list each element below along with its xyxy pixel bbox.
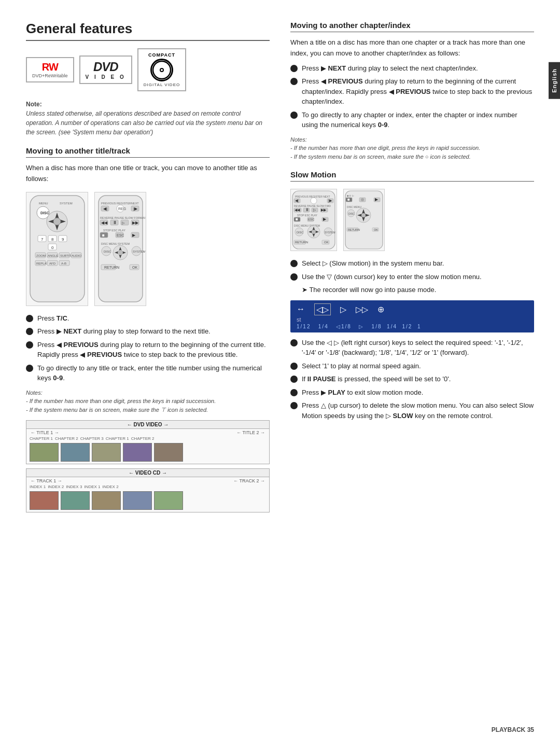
bar-icon-slow: ◁▷ [314, 303, 331, 315]
bar-icon-loop: ⊕ [377, 304, 384, 314]
bullet-item: Press ▶ PLAY to exit slow motion mode. [290, 387, 534, 398]
svg-text:DISC: DISC [40, 211, 49, 215]
svg-text:■: ■ [296, 217, 298, 221]
vcd-thumb5 [154, 491, 183, 510]
dvd-thumbs [26, 441, 269, 464]
bullet-dot [290, 112, 298, 119]
bullet-text: Press ◀ PREVIOUS during play to return t… [302, 76, 534, 107]
svg-text:▶: ▶ [132, 233, 136, 238]
svg-text:▶: ▶ [375, 197, 379, 202]
bullet-item: Press T/C. [26, 313, 270, 324]
svg-text:RETURN: RETURN [295, 241, 308, 244]
svg-text:PREVIOUS REGISTER: PREVIOUS REGISTER [101, 202, 131, 205]
dvd-rw-label: DVD+ReWritable [32, 73, 68, 78]
bullet-text: Use the ◁ ▷ (left right cursor) keys to … [302, 338, 534, 358]
bullet-text: If II PAUSE is pressed, the speed will b… [302, 374, 451, 384]
bullet-item: Press △ (up cursor) to delete the slow m… [290, 400, 534, 421]
bullet-item: Press ◀ PREVIOUS during play to return t… [290, 76, 534, 107]
title1-label: ← TITLE 1 → [31, 430, 59, 435]
svg-text:▶▶: ▶▶ [132, 220, 139, 225]
bullet-item: To go directly to any chapter or index, … [290, 110, 534, 130]
track2-label: ← TRACK 2 → [233, 478, 265, 483]
chapter-title: Moving to another chapter/index [290, 21, 534, 32]
bar-speeds: 1/12 1/4 ◁1/8 ▷ 1/8 1/4 1/2 1 [297, 324, 528, 329]
note-line2: - If the system menu bar is on screen, m… [26, 407, 208, 413]
ch4: CHAPTER 1 [106, 436, 129, 441]
vcd-thumbs [26, 489, 269, 512]
bullet-item: Press ◀ PREVIOUS during play to return t… [26, 340, 270, 360]
ch5: CHAPTER 2 [131, 436, 155, 441]
svg-text:SYSTEM: SYSTEM [133, 250, 145, 253]
dvd-rw-logo: RW DVD+ReWritable [26, 57, 74, 82]
svg-text:9: 9 [62, 237, 64, 242]
svg-text:NEXT: NEXT [131, 202, 139, 205]
chapter-intro: When a title on a disc has more than one… [290, 37, 534, 59]
svg-text:ANGLE: ANGLE [48, 254, 58, 257]
remote-left-image: MENU SYSTEM DISC 7 [26, 192, 88, 306]
svg-text:SUBTIT: SUBTIT [60, 254, 72, 257]
svg-text:OK: OK [374, 228, 378, 231]
slow-remote-left-svg: PREVIOUS REGISTER NEXT ◀| |▶ REVERSE PAU… [291, 189, 337, 251]
bullet-item-indent: ➤ The recorder will now go into pause mo… [290, 285, 534, 295]
svg-text:▶: ▶ [323, 217, 327, 221]
bullet-dot [26, 365, 33, 372]
thumb3 [92, 443, 121, 462]
compact-text: COMPACT [148, 52, 175, 58]
bullet-text: Use the ▽ (down cursor) key to enter the… [302, 272, 482, 282]
chapter-notes: Notes: - If the number has more than one… [290, 135, 534, 161]
svg-text:◀◀: ◀◀ [295, 208, 300, 212]
right-column: Moving to another chapter/index When a t… [290, 21, 534, 519]
idx5: INDEX 2 [103, 484, 119, 489]
svg-text:DISC  MENU  SYSTEM: DISC MENU SYSTEM [101, 242, 130, 245]
chapter-notes-label: Notes: [290, 136, 307, 143]
svg-text:DISC: DISC [297, 231, 303, 234]
vcd-diagram-header: ← VIDEO CD → [26, 469, 269, 477]
vcd-track-arrows: ← TRACK 1 → ← TRACK 2 → [26, 477, 269, 484]
title2-label: ← TITLE 2 → [236, 430, 265, 435]
svg-text:⏸: ⏸ [113, 220, 117, 225]
bullet-dot [290, 65, 298, 72]
svg-text:REVERSE PAUSE SLOW FWD: REVERSE PAUSE SLOW FWD [294, 204, 331, 207]
svg-text:STOP ESC PLAY: STOP ESC PLAY [103, 229, 125, 232]
bullet-item: Press ▶ NEXT during play to step forward… [26, 326, 270, 337]
bullet-item: Select '1' to play at normal speed again… [290, 361, 534, 371]
svg-text:|▶: |▶ [133, 206, 138, 211]
bullet-text: Press △ (up cursor) to delete the slow m… [302, 400, 534, 421]
svg-text:ESC: ESC [308, 218, 315, 221]
svg-text:RETURN: RETURN [104, 266, 119, 269]
svg-text:◀|: ◀| [103, 206, 107, 211]
idx2: INDEX 2 [48, 484, 64, 489]
ch2: CHAPTER 2 [55, 436, 78, 441]
bullet-text: To go directly to any chapter or index, … [302, 110, 534, 130]
ch3: CHAPTER 3 [80, 436, 104, 441]
svg-text:■: ■ [102, 233, 105, 238]
vcd-thumb4 [123, 491, 152, 510]
svg-text:|▶: |▶ [328, 199, 332, 203]
slow-motion-bar: ↔ ◁▷ ▷ ▷▷ ⊕ st 1/12 1/4 ◁1/8 ▷ 1/8 1/4 1… [290, 300, 534, 332]
note-label: Note: [26, 101, 42, 108]
svg-text:DISC  MENU: DISC MENU [347, 205, 361, 209]
section-title: General features [26, 21, 270, 41]
bullet-dot [290, 78, 298, 85]
compact-disc-logo: COMPACT DIGITAL VIDEO [137, 48, 186, 91]
moving-intro: When a disc has more than one title or t… [26, 163, 270, 185]
chapter-note2: - If the system menu bar is on screen, m… [290, 154, 471, 160]
svg-text:7: 7 [41, 237, 44, 242]
thumb2 [61, 443, 90, 462]
svg-text:STOP  ESC  PLAY: STOP ESC PLAY [297, 214, 318, 217]
dvd-text: DVD [93, 60, 118, 74]
chapter-labels: CHAPTER 1 CHAPTER 2 CHAPTER 3 CHAPTER 1 … [26, 436, 269, 441]
svg-text:OK: OK [324, 241, 329, 244]
bullet-text: Press ▶ NEXT during play to step forward… [37, 326, 211, 337]
slow-remote-left: PREVIOUS REGISTER NEXT ◀| |▶ REVERSE PAU… [290, 189, 337, 251]
note-block: Note: Unless stated otherwise, all opera… [26, 100, 270, 137]
bullet-item: Select ▷ (Slow motion) in the system men… [290, 258, 534, 269]
svg-text:8: 8 [51, 237, 54, 242]
thumb1 [30, 443, 59, 462]
slow-bullets-1: Select ▷ (Slow motion) in the system men… [290, 258, 534, 295]
disc-area [150, 58, 173, 82]
english-tab: English [549, 62, 560, 99]
left-notes: Notes: - If the number has more than one… [26, 389, 270, 414]
bullet-item: To go directly to any title or track, en… [26, 363, 270, 383]
digital-video-text: DIGITAL VIDEO [144, 82, 180, 87]
